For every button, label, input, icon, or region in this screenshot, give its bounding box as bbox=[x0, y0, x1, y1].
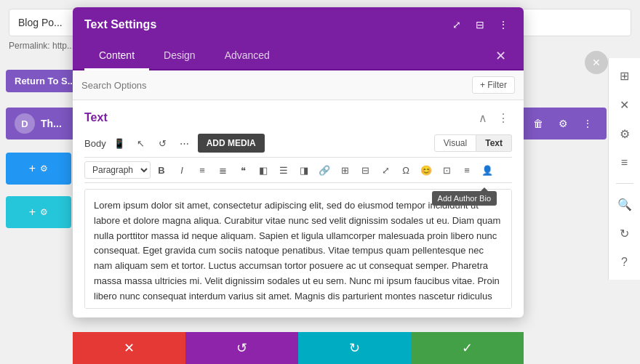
editor-content-area[interactable]: Lorem ipsum dolor sit amet, consectetur … bbox=[84, 189, 512, 309]
sidebar-layout-icon[interactable]: ⊞ bbox=[613, 64, 636, 87]
add-media-button[interactable]: ADD MEDIA bbox=[198, 134, 265, 153]
tab-design[interactable]: Design bbox=[149, 42, 210, 70]
mobile-icon[interactable]: 📱 bbox=[111, 134, 128, 152]
unordered-list-btn[interactable]: ≡ bbox=[193, 161, 212, 179]
search-bar: + Filter bbox=[73, 70, 524, 100]
tab-advanced[interactable]: Advanced bbox=[210, 42, 284, 70]
overlay-close-btn[interactable]: ✕ bbox=[585, 51, 608, 74]
cancel-bottom-btn[interactable]: ✕ bbox=[73, 332, 185, 364]
permalink-text: Permalink: http... bbox=[9, 41, 74, 51]
add-row-button-1[interactable]: + ⚙ bbox=[6, 153, 71, 185]
align-justify-btn[interactable]: ≡ bbox=[457, 161, 476, 179]
sidebar-settings-icon[interactable]: ⚙ bbox=[613, 122, 636, 145]
author-bio-tooltip: Add Author Bio bbox=[432, 191, 497, 206]
panel-columns-icon[interactable]: ⊟ bbox=[471, 16, 489, 33]
element-circle: D bbox=[15, 113, 35, 134]
bold-btn[interactable]: B bbox=[152, 161, 171, 179]
editor-text: Lorem ipsum dolor sit amet, consectetur … bbox=[94, 200, 500, 309]
editor-toolbar-row1: Body 📱 ↖ ↺ ⋯ ADD MEDIA Visual Text bbox=[84, 134, 512, 153]
special-char-btn[interactable]: Ω bbox=[396, 161, 415, 179]
element-more-btn[interactable]: ⋮ bbox=[577, 113, 598, 134]
redo-bottom-btn[interactable]: ↻ bbox=[298, 332, 411, 364]
undo-bottom-btn[interactable]: ↺ bbox=[185, 332, 298, 364]
panel-title: Text Settings bbox=[84, 18, 156, 31]
undo-toolbar-icon[interactable]: ↺ bbox=[154, 134, 172, 152]
layout-btn[interactable]: ⊡ bbox=[437, 161, 456, 179]
text-section: Text ∧ ⋮ Body 📱 ↖ ↺ ⋯ ADD MEDIA Visual T… bbox=[73, 100, 524, 318]
visual-text-toggle: Visual Text bbox=[434, 134, 512, 152]
visual-toggle-btn[interactable]: Visual bbox=[434, 134, 476, 152]
section-header: Text ∧ ⋮ bbox=[84, 109, 512, 126]
permalink-bar: Permalink: http... bbox=[9, 41, 74, 51]
tab-bar-close[interactable]: ✕ bbox=[489, 42, 512, 69]
panel-more-icon[interactable]: ⋮ bbox=[495, 16, 512, 33]
author-bio-btn[interactable]: 👤 Add Author Bio bbox=[478, 161, 497, 179]
right-sidebar: ⊞ ✕ ⚙ ≡ 🔍 ↻ ? bbox=[608, 58, 640, 280]
tab-content[interactable]: Content bbox=[84, 42, 149, 70]
element-delete-btn[interactable]: 🗑 bbox=[528, 113, 548, 134]
sidebar-refresh-icon[interactable]: ↻ bbox=[613, 222, 636, 245]
emoji-btn[interactable]: 😊 bbox=[417, 161, 436, 179]
panel-header: Text Settings ⤢ ⊟ ⋮ bbox=[73, 7, 524, 42]
section-actions: ∧ ⋮ bbox=[474, 109, 512, 126]
ordered-list-btn[interactable]: ≣ bbox=[213, 161, 232, 179]
element-actions: 🗑 ⚙ ⋮ bbox=[528, 113, 598, 134]
sidebar-search-icon[interactable]: 🔍 bbox=[613, 193, 636, 216]
blog-post-title: Blog Po... bbox=[18, 17, 63, 28]
cursor-icon[interactable]: ↖ bbox=[132, 134, 150, 152]
section-title: Text bbox=[84, 111, 108, 124]
link-btn[interactable]: 🔗 bbox=[315, 161, 334, 179]
filter-button[interactable]: + Filter bbox=[472, 76, 515, 94]
section-more-btn[interactable]: ⋮ bbox=[495, 109, 512, 126]
align-center-btn[interactable]: ☰ bbox=[274, 161, 293, 179]
blockquote-btn[interactable]: ❝ bbox=[233, 161, 252, 179]
grid-btn[interactable]: ⊟ bbox=[356, 161, 375, 179]
align-right-btn[interactable]: ◨ bbox=[295, 161, 313, 179]
italic-btn[interactable]: I bbox=[172, 161, 191, 179]
sidebar-help-icon[interactable]: ? bbox=[613, 251, 636, 274]
table-btn[interactable]: ⊞ bbox=[335, 161, 354, 179]
expand-btn[interactable]: ⤢ bbox=[376, 161, 395, 179]
panel-expand-icon[interactable]: ⤢ bbox=[448, 16, 465, 33]
bottom-action-bar: ✕ ↺ ↻ ✓ bbox=[73, 332, 524, 364]
return-to-button[interactable]: Return To S... bbox=[6, 70, 79, 92]
editor-format-bar: Paragraph B I ≡ ≣ ❝ ◧ ☰ ◨ 🔗 ⊞ ⊟ ⤢ Ω 😊 ⊡ … bbox=[84, 157, 512, 183]
add-row-button-2[interactable]: + ⚙ bbox=[6, 196, 71, 228]
text-toggle-btn[interactable]: Text bbox=[476, 134, 512, 152]
text-settings-panel: Text Settings ⤢ ⊟ ⋮ Content Design Advan… bbox=[73, 7, 524, 318]
save-bottom-btn[interactable]: ✓ bbox=[411, 332, 524, 364]
tab-bar: Content Design Advanced ✕ bbox=[73, 42, 524, 70]
sidebar-menu-icon[interactable]: ≡ bbox=[613, 151, 636, 174]
align-left-btn[interactable]: ◧ bbox=[254, 161, 273, 179]
more-toolbar-icon[interactable]: ⋯ bbox=[176, 134, 193, 152]
paragraph-select[interactable]: Paragraph bbox=[84, 161, 151, 179]
panel-header-icons: ⤢ ⊟ ⋮ bbox=[448, 16, 512, 33]
body-label: Body bbox=[84, 138, 106, 149]
element-settings-btn[interactable]: ⚙ bbox=[553, 113, 573, 134]
sidebar-close-icon[interactable]: ✕ bbox=[613, 93, 636, 116]
section-collapse-btn[interactable]: ∧ bbox=[474, 109, 492, 126]
search-options-input[interactable] bbox=[81, 80, 466, 91]
